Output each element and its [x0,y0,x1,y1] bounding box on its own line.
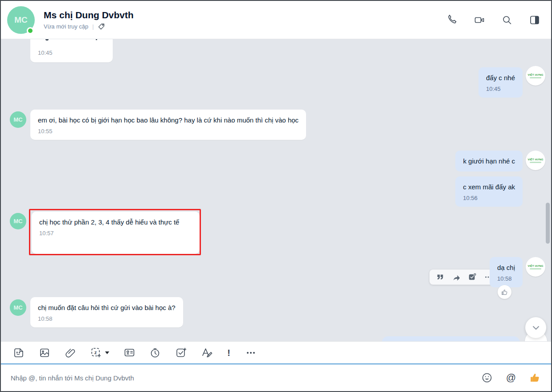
forward-icon[interactable] [452,273,461,282]
add-task-icon[interactable] [468,273,477,282]
own-avatar-label: VIỆT HƯNG [527,265,543,267]
peer-avatar-initials: MC [13,218,22,225]
header-texts: Ms chị Dung Dvbvth Vừa mới truy cập | [44,9,446,30]
status-row: Vừa mới truy cập | [44,23,446,30]
message-time: 10:58 [497,275,515,282]
message-hover-toolbar [429,270,499,285]
message-text: đấy c nhé [486,74,515,82]
composer-toolbar: z ! [1,341,551,363]
own-avatar-sub [530,162,541,163]
more-options-icon[interactable] [245,347,257,359]
message-bubble[interactable]: đấy c nhé 10:45 [478,67,523,98]
sticker-icon[interactable] [12,347,25,359]
message-text: c xem mãi đấy ak [463,183,515,191]
message-time: 10:57 [39,230,192,237]
own-avatar-sub [530,268,541,270]
peer-avatar-initials: MC [13,304,22,311]
message-list: 10:45 VIỆT HƯNG đấy c nhé 10:45 MC em ơi… [1,39,551,341]
message-text: em ơi, bài học có bị giới hạn học bao lâ… [38,116,298,124]
task-check-icon[interactable] [175,347,187,359]
message-text: chị muốn đặt câu hỏi thì cứ gửi vào bài … [38,304,176,311]
right-panel-toggle-icon[interactable] [529,14,540,26]
chat-window: MC Ms chị Dung Dvbvth Vừa mới truy cập | [0,0,552,392]
message-bubble-partial[interactable]: 10:45 [30,39,113,62]
message-bubble[interactable]: c xem mãi đấy ak 10:56 [455,176,523,207]
message-bubble[interactable]: k giưới hạn nhé c [455,151,523,172]
capture-letter: z [94,350,97,355]
avatar[interactable]: MC [7,6,35,34]
mention-icon[interactable]: @ [505,372,517,384]
own-avatar-label: VIỆT HƯNG [527,74,543,76]
video-call-icon[interactable] [474,14,485,26]
peer-avatar[interactable]: MC [10,111,26,128]
peer-avatar-initials: MC [13,116,22,123]
message-input-bar: @ [1,363,551,391]
reminder-clock-icon[interactable] [149,347,161,359]
message-time: 10:55 [38,128,298,135]
message-bubble[interactable]: chị muốn đặt câu hỏi thì cứ gửi vào bài … [30,297,183,327]
chat-header: MC Ms chị Dung Dvbvth Vừa mới truy cập | [1,1,551,39]
own-avatar[interactable]: VIỆT HƯNG [526,66,545,86]
search-icon[interactable] [501,14,513,26]
message-bubble-highlighted[interactable]: chị học thử phần 2, 3, 4 thấy dễ hiểu và… [32,212,200,254]
message-bubble[interactable]: dạ chị 10:58 [490,257,523,287]
emoji-icon[interactable] [481,372,493,384]
status-separator: | [92,24,94,30]
scroll-to-bottom-button[interactable] [525,317,546,338]
message-time: 10:45 [38,49,53,56]
header-actions [446,14,540,26]
message-time: 10:56 [463,195,515,201]
own-avatar[interactable]: VIỆT HƯNG [526,257,545,277]
message-text: chị học thử phần 2, 3, 4 thấy dễ hiểu và… [39,218,192,226]
own-avatar[interactable]: VIỆT HƯNG [526,151,545,170]
tag-icon[interactable] [98,23,105,30]
quick-like-icon[interactable] [529,372,541,384]
input-actions: @ [481,372,541,384]
clipped-text-fragment [96,39,97,40]
urgent-icon[interactable]: ! [226,347,231,358]
quote-icon[interactable] [436,273,445,282]
message-time: 10:45 [486,86,515,92]
contact-card-icon[interactable] [123,347,135,359]
image-icon[interactable] [38,347,51,359]
chevron-down-icon [105,351,110,355]
text-format-icon[interactable] [200,347,213,359]
scrollbar-thumb[interactable] [546,203,550,244]
own-avatar-label: VIỆT HƯNG [527,158,543,161]
status-text: Vừa mới truy cập [44,23,88,30]
peer-avatar[interactable]: MC [10,299,26,316]
message-bubble[interactable]: em ơi, bài học có bị giới hạn học bao lâ… [30,110,306,140]
online-status-dot [27,27,34,34]
like-reaction-badge[interactable] [498,285,511,299]
attachment-icon[interactable] [64,347,77,359]
message-input[interactable] [11,374,481,382]
message-text: dạ chị [497,264,515,271]
phone-call-icon[interactable] [446,14,458,26]
page-title: Ms chị Dung Dvbvth [44,9,446,20]
message-bubble-partial[interactable] [382,336,520,341]
message-text: k giưới hạn nhé c [463,157,515,165]
message-time: 10:58 [38,315,176,322]
screen-capture-button[interactable]: z [90,347,110,359]
clipped-text-fragment [45,39,49,41]
highlighted-message-outline: chị học thử phần 2, 3, 4 thấy dễ hiểu và… [29,209,201,255]
peer-avatar[interactable]: MC [10,213,26,229]
own-avatar-sub [530,77,541,78]
